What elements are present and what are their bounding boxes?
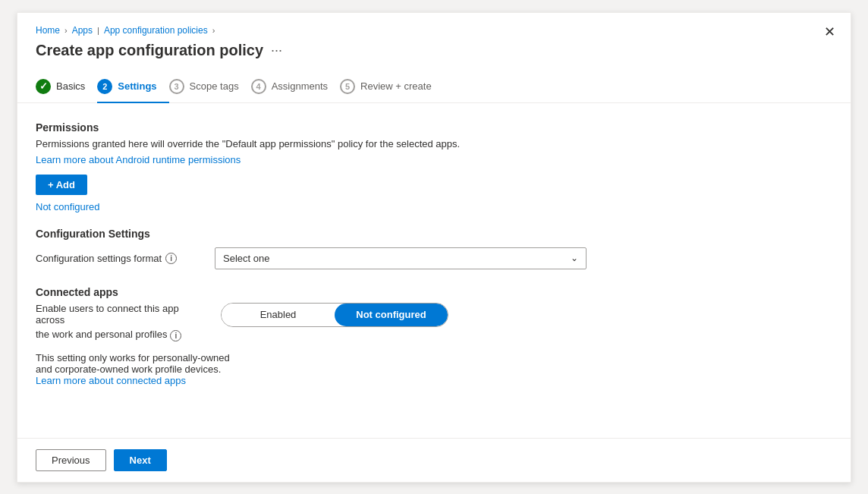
connected-apps-label-line2: the work and personal profiles bbox=[36, 329, 167, 340]
toggle-enabled-label: Enabled bbox=[260, 309, 297, 320]
step-label-review: Review + create bbox=[360, 80, 432, 92]
add-button[interactable]: + Add bbox=[36, 175, 87, 195]
breadcrumb-policy[interactable]: App configuration policies bbox=[104, 25, 208, 36]
config-format-info-icon[interactable]: i bbox=[165, 253, 177, 264]
toggle-not-configured[interactable]: Not configured bbox=[335, 304, 448, 326]
step-num-scope: 3 bbox=[169, 79, 184, 94]
connected-apps-info-icon[interactable]: i bbox=[170, 330, 181, 341]
panel-footer: Previous Next bbox=[17, 438, 851, 482]
tab-assignments[interactable]: 4 Assignments bbox=[251, 71, 340, 103]
step-label-assignments: Assignments bbox=[272, 80, 328, 92]
step-num-settings: 2 bbox=[97, 79, 112, 94]
tab-scope-tags[interactable]: 3 Scope tags bbox=[169, 71, 251, 103]
connected-apps-note: This setting only works for personally-o… bbox=[36, 352, 233, 386]
previous-button[interactable]: Previous bbox=[36, 449, 106, 471]
create-policy-panel: Home › Apps | App configuration policies… bbox=[17, 12, 851, 483]
step-num-review: 5 bbox=[340, 79, 355, 94]
permissions-status: Not configured bbox=[36, 201, 832, 212]
connected-apps-section: Connected apps Enable users to connect t… bbox=[36, 286, 832, 386]
breadcrumb-sep-2: | bbox=[97, 26, 99, 35]
breadcrumb: Home › Apps | App configuration policies… bbox=[36, 25, 832, 36]
tab-settings[interactable]: 2 Settings bbox=[97, 71, 168, 103]
connected-apps-label-container: Enable users to connect this app across … bbox=[36, 303, 203, 341]
connected-apps-row: Enable users to connect this app across … bbox=[36, 303, 832, 341]
step-num-assignments: 4 bbox=[251, 79, 266, 94]
chevron-down-icon: ⌄ bbox=[571, 253, 578, 263]
connected-apps-toggle[interactable]: Enabled Not configured bbox=[221, 303, 448, 327]
toggle-not-configured-label: Not configured bbox=[356, 309, 426, 320]
panel-header: Home › Apps | App configuration policies… bbox=[17, 13, 851, 71]
step-num-basics: ✓ bbox=[36, 79, 51, 94]
toggle-enabled[interactable]: Enabled bbox=[222, 304, 335, 326]
tab-review-create[interactable]: 5 Review + create bbox=[340, 71, 444, 103]
breadcrumb-home[interactable]: Home bbox=[36, 25, 60, 36]
config-format-label: Configuration settings format bbox=[36, 253, 162, 264]
page-title: Create app configuration policy bbox=[36, 42, 263, 59]
steps-row: ✓ Basics 2 Settings 3 Scope tags 4 Assig… bbox=[17, 71, 851, 103]
connected-apps-title: Connected apps bbox=[36, 286, 832, 298]
config-section-title: Configuration Settings bbox=[36, 228, 832, 240]
config-settings-section: Configuration Settings Configuration set… bbox=[36, 228, 832, 269]
title-ellipsis[interactable]: ··· bbox=[271, 42, 282, 58]
step-label-settings: Settings bbox=[118, 80, 156, 92]
config-format-placeholder: Select one bbox=[223, 253, 269, 264]
breadcrumb-sep-3: › bbox=[212, 26, 215, 35]
learn-more-permissions-link[interactable]: Learn more about Android runtime permiss… bbox=[36, 154, 241, 165]
connected-apps-label-line1: Enable users to connect this app across bbox=[36, 303, 203, 326]
breadcrumb-apps[interactable]: Apps bbox=[72, 25, 93, 36]
step-label-scope: Scope tags bbox=[190, 80, 239, 92]
next-button[interactable]: Next bbox=[114, 449, 167, 471]
config-settings-row: Configuration settings format i Select o… bbox=[36, 247, 832, 269]
connected-apps-note-text: This setting only works for personally-o… bbox=[36, 352, 230, 375]
permissions-description: Permissions granted here will override t… bbox=[36, 138, 832, 149]
config-format-label-container: Configuration settings format i bbox=[36, 253, 203, 264]
title-row: Create app configuration policy ··· bbox=[36, 42, 832, 59]
permissions-section-title: Permissions bbox=[36, 121, 832, 134]
step-label-basics: Basics bbox=[56, 80, 85, 92]
breadcrumb-sep-1: › bbox=[64, 26, 68, 35]
config-format-select[interactable]: Select one ⌄ bbox=[215, 247, 587, 269]
connected-apps-desc: Enable users to connect this app across … bbox=[36, 303, 203, 341]
connected-apps-learn-more-link[interactable]: Learn more about connected apps bbox=[36, 375, 186, 386]
tab-basics[interactable]: ✓ Basics bbox=[36, 71, 97, 103]
panel-content: Permissions Permissions granted here wil… bbox=[17, 103, 851, 438]
close-button[interactable]: ✕ bbox=[824, 25, 835, 39]
